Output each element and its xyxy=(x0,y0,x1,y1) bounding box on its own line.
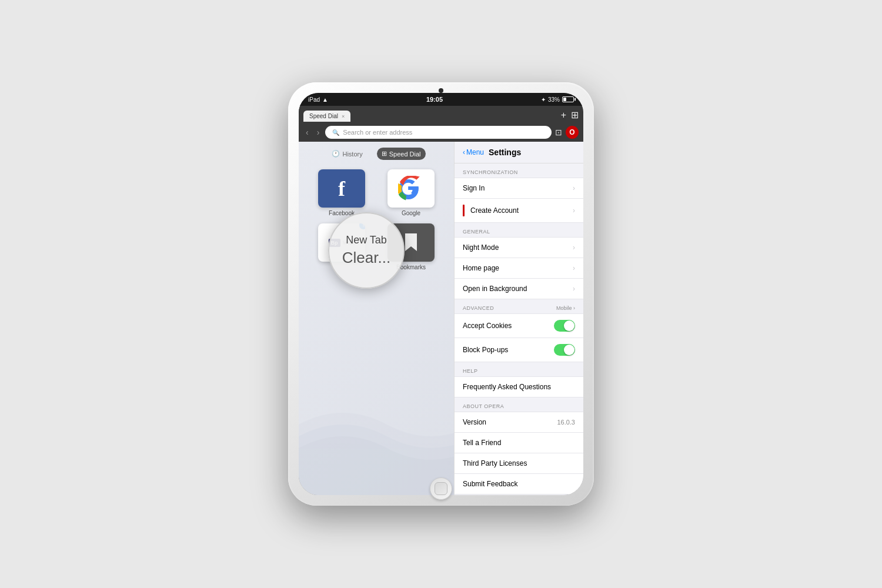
version-label: Version xyxy=(463,418,486,426)
wifi-icon: ▲ xyxy=(322,96,328,103)
home-page-row[interactable]: Home page › xyxy=(455,258,583,279)
block-popups-toggle[interactable] xyxy=(554,344,575,356)
browser-chrome: Speed Dial × + ⊞ ‹ › 🔍 Search or enter a… xyxy=(299,106,583,142)
block-popups-row[interactable]: Block Pop-ups xyxy=(455,338,583,362)
history-label: History xyxy=(342,151,362,158)
menu-back-label: Menu xyxy=(466,148,484,156)
wave-background xyxy=(299,389,454,495)
forward-button[interactable]: › xyxy=(315,126,322,138)
google-label: Google xyxy=(402,210,420,216)
about-rows: Version 16.0.3 Tell a Friend Third Party… xyxy=(455,412,583,495)
third-party-row[interactable]: Third Party Licenses xyxy=(455,453,583,474)
history-tab[interactable]: 🕐 History xyxy=(327,148,367,160)
speed-dial-facebook[interactable]: f Facebook xyxy=(310,169,373,216)
create-account-label: Create Account xyxy=(470,206,519,215)
feedback-label: Submit Feedback xyxy=(463,480,517,488)
facebook-thumbnail: f xyxy=(318,169,365,208)
screen-button[interactable]: ⊡ xyxy=(555,128,562,137)
speed-dial-google[interactable]: Google xyxy=(380,169,442,216)
chevron-icon: › xyxy=(573,285,575,293)
status-right: ✦ 33% xyxy=(541,96,574,103)
night-mode-label: Night Mode xyxy=(463,243,499,252)
tab-switcher-button[interactable]: ⊞ xyxy=(571,109,579,121)
speed-dial-tab[interactable]: ⊞ Speed Dial xyxy=(377,148,426,160)
sign-in-label: Sign In xyxy=(463,184,485,192)
battery-fill xyxy=(563,98,566,101)
third-party-label: Third Party Licenses xyxy=(463,459,527,467)
google-logo xyxy=(398,176,424,202)
chevron-icon: › xyxy=(573,264,575,272)
new-tab-button[interactable]: + xyxy=(561,110,566,121)
settings-panel: ‹ Menu Settings SYNCHRONIZATION Sign In … xyxy=(454,142,583,495)
grid-icon: ⊞ xyxy=(382,150,387,158)
address-placeholder: Search or enter address xyxy=(343,129,412,136)
tab-close-button[interactable]: × xyxy=(342,113,345,119)
tab-title: Speed Dial xyxy=(309,113,338,119)
section-about-header: ABOUT OPERA xyxy=(455,397,583,412)
magnifier-text1: New Tab xyxy=(346,234,387,246)
tell-friend-label: Tell a Friend xyxy=(463,439,501,447)
address-bar-row: ‹ › 🔍 Search or enter address ⊡ O xyxy=(299,123,583,142)
create-account-row[interactable]: Create Account › xyxy=(455,199,583,223)
sign-in-row[interactable]: Sign In › xyxy=(455,178,583,199)
sync-rows: Sign In › Create Account › xyxy=(455,178,583,223)
faq-row[interactable]: Frequently Asked Questions xyxy=(455,376,583,397)
section-sync-header: SYNCHRONIZATION xyxy=(455,163,583,178)
browser-content: 🕐 History ⊞ Speed Dial f Facebook xyxy=(299,142,583,495)
opera-logo[interactable]: O xyxy=(566,126,579,139)
feedback-row[interactable]: Submit Feedback xyxy=(455,474,583,495)
settings-header: ‹ Menu Settings xyxy=(455,142,583,163)
advanced-value: Mobile › xyxy=(556,305,575,311)
help-rows: Frequently Asked Questions xyxy=(455,376,583,397)
accept-cookies-toggle[interactable] xyxy=(554,320,575,332)
version-row: Version 16.0.3 xyxy=(455,412,583,433)
accept-cookies-row[interactable]: Accept Cookies xyxy=(455,313,583,338)
speed-dial-label: Speed Dial xyxy=(389,151,421,158)
advanced-rows: Accept Cookies Block Pop-ups xyxy=(455,313,583,362)
advanced-header-text: ADVANCED xyxy=(463,305,494,311)
back-button[interactable]: ‹ xyxy=(303,126,311,138)
block-popups-label: Block Pop-ups xyxy=(463,346,508,354)
bluetooth-icon: ✦ xyxy=(541,96,546,103)
section-general-header: GENERAL xyxy=(455,223,583,237)
open-background-label: Open in Background xyxy=(463,285,527,293)
address-bar[interactable]: 🔍 Search or enter address xyxy=(325,126,552,139)
tablet-device: iPad ▲ 19:05 ✦ 33% Speed Dial × + xyxy=(288,82,594,506)
chevron-icon: › xyxy=(573,243,575,252)
home-page-label: Home page xyxy=(463,264,499,272)
camera-dot xyxy=(439,88,443,93)
search-icon: 🔍 xyxy=(332,129,339,136)
accept-cookies-label: Accept Cookies xyxy=(463,322,512,330)
tablet-screen: iPad ▲ 19:05 ✦ 33% Speed Dial × + xyxy=(299,93,583,495)
chevron-left-icon: ‹ xyxy=(463,148,465,156)
status-time: 19:05 xyxy=(426,96,443,103)
speed-dial-tabs: 🕐 History ⊞ Speed Dial xyxy=(299,142,454,165)
chevron-icon: › xyxy=(573,206,575,215)
version-value: 16.0.3 xyxy=(557,419,575,426)
bookmark-icon xyxy=(403,232,419,253)
browser-tab[interactable]: Speed Dial × xyxy=(303,111,350,122)
night-mode-row[interactable]: Night Mode › xyxy=(455,237,583,258)
create-account-left: Create Account xyxy=(463,205,519,216)
open-background-row[interactable]: Open in Background › xyxy=(455,279,583,299)
red-indicator xyxy=(463,205,465,216)
device-name: iPad xyxy=(308,96,320,103)
section-help-header: HELP xyxy=(455,362,583,376)
section-advanced-header: ADVANCED Mobile › xyxy=(455,299,583,313)
chevron-icon: › xyxy=(573,184,575,192)
menu-back-button[interactable]: ‹ Menu xyxy=(463,148,484,156)
settings-title: Settings xyxy=(489,148,521,157)
general-rows: Night Mode › Home page › Open in Backgro… xyxy=(455,237,583,299)
home-button[interactable] xyxy=(430,477,452,500)
tab-actions: + ⊞ xyxy=(561,109,579,123)
tab-bar: Speed Dial × + ⊞ xyxy=(299,106,583,123)
magnifier-text2: Clear... xyxy=(342,249,390,267)
google-thumbnail xyxy=(387,169,435,208)
status-bar: iPad ▲ 19:05 ✦ 33% xyxy=(299,93,583,106)
tell-friend-row[interactable]: Tell a Friend xyxy=(455,433,583,453)
magnifier-overlay: New Tab Clear... xyxy=(328,212,405,289)
speed-dial-area: 🕐 History ⊞ Speed Dial f Facebook xyxy=(299,142,454,495)
status-left: iPad ▲ xyxy=(308,96,328,103)
battery-icon xyxy=(562,96,574,102)
battery-percent: 33% xyxy=(548,96,560,103)
